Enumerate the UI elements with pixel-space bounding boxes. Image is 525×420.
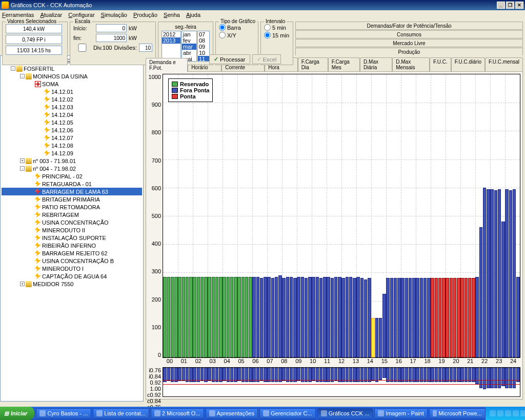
bar[interactable] [312, 277, 315, 357]
bar[interactable] [450, 278, 453, 357]
taskbar-task[interactable]: 2 Microsoft O... [151, 408, 204, 418]
bar[interactable] [412, 278, 416, 357]
bar[interactable] [241, 277, 245, 357]
bar[interactable] [423, 278, 427, 357]
tab[interactable]: F.Carga Mes [328, 57, 360, 71]
bar[interactable] [245, 277, 249, 357]
menu-item[interactable]: Simulação [101, 12, 127, 18]
bar[interactable] [509, 190, 513, 357]
tab[interactable]: Demanda e F.Pot. [146, 58, 188, 72]
tree-row[interactable]: BARRAGEM DE LAMA 63 [2, 188, 142, 195]
bar[interactable] [513, 189, 516, 357]
tree-row[interactable]: USINA CONCENTRAÇÃO [2, 218, 142, 226]
bar[interactable] [356, 277, 360, 357]
tree-row[interactable]: USINA CONCENTRAÇÃO B [2, 257, 142, 265]
menu-item[interactable]: Produção [133, 12, 157, 18]
month-list[interactable]: janfevmarabrmai [181, 31, 197, 62]
bar[interactable] [286, 277, 290, 357]
bar[interactable] [401, 278, 405, 357]
bar[interactable] [275, 277, 278, 357]
bar[interactable] [182, 277, 186, 357]
excel-button[interactable]: ✓Excel [252, 54, 281, 64]
bar[interactable] [460, 278, 464, 357]
15min-radio[interactable] [264, 32, 271, 38]
close-button[interactable]: ✕ [515, 2, 523, 9]
bar[interactable] [346, 277, 349, 357]
bar[interactable] [490, 189, 494, 357]
inicio-input[interactable] [96, 24, 127, 32]
bar[interactable] [178, 277, 181, 357]
bar[interactable] [171, 277, 174, 357]
bar[interactable] [267, 277, 271, 357]
bar[interactable] [472, 278, 475, 357]
day-list[interactable]: 0708091011 [197, 31, 210, 62]
bar[interactable] [409, 278, 412, 357]
minimize-button[interactable]: _ [497, 2, 505, 9]
bar[interactable] [364, 279, 368, 357]
barra-radio[interactable] [219, 24, 226, 31]
bar[interactable] [204, 277, 208, 357]
bar[interactable] [264, 277, 267, 357]
taskbar-task[interactable]: Apresentações [206, 408, 258, 418]
menu-item[interactable]: Ferramentas [2, 12, 34, 18]
bar[interactable] [227, 277, 230, 357]
bar[interactable] [256, 277, 260, 357]
bar[interactable] [237, 277, 241, 357]
bar[interactable] [353, 278, 356, 357]
bar[interactable] [327, 277, 330, 357]
bar[interactable] [516, 277, 520, 357]
bar[interactable] [197, 277, 200, 357]
bar[interactable] [308, 277, 312, 357]
fim-input[interactable] [96, 34, 127, 42]
bar[interactable] [219, 277, 223, 357]
taskbar-task[interactable]: Imagem - Paint [374, 408, 428, 418]
bar[interactable] [465, 278, 468, 357]
bar[interactable] [334, 277, 338, 357]
bar[interactable] [435, 278, 438, 357]
menu-item[interactable]: Atualizar [40, 12, 62, 18]
bar[interactable] [420, 278, 423, 357]
right-button[interactable]: Demandas/Fator de Potência/Tensão [295, 22, 523, 30]
maximize-button[interactable]: ❐ [506, 2, 514, 9]
tree-row[interactable]: +MEDIDOR 7550 [2, 280, 142, 288]
menu-item[interactable]: Configurar [68, 12, 94, 18]
bar[interactable] [252, 277, 256, 357]
bar[interactable] [394, 278, 397, 357]
bar[interactable] [223, 277, 226, 357]
tree-row[interactable]: 14.12.08 [2, 142, 142, 149]
div100-check[interactable] [73, 44, 91, 52]
tree-row[interactable]: SOMA [2, 80, 142, 88]
bar[interactable] [301, 277, 305, 357]
bar[interactable] [278, 275, 282, 357]
bar[interactable] [189, 277, 193, 357]
bar[interactable] [208, 277, 211, 357]
bar[interactable] [260, 278, 264, 357]
taskbar-task[interactable]: Cyro Bastos - ... [36, 408, 91, 418]
bar[interactable] [457, 278, 460, 357]
tray-icon[interactable] [520, 410, 525, 416]
bar[interactable] [446, 278, 449, 357]
bar[interactable] [212, 277, 215, 357]
bar[interactable] [360, 278, 364, 357]
secondary-plot[interactable] [163, 367, 520, 397]
main-plot[interactable]: ReservadoFora PontaPonta [163, 74, 520, 358]
tree-row[interactable]: 14.12.09 [2, 149, 142, 157]
tree-row[interactable]: 14.12.01 [2, 88, 142, 95]
tree-row[interactable]: INSTALAÇÃO SUPORTE [2, 234, 142, 242]
tree-row[interactable]: PRINCIPAL - 02 [2, 172, 142, 180]
taskbar-task[interactable]: Microsoft Powe... [429, 408, 486, 418]
tree-row[interactable]: 14.12.05 [2, 118, 142, 126]
tree-row[interactable]: 14.12.03 [2, 103, 142, 111]
bar[interactable] [379, 318, 382, 357]
tab[interactable]: F.U.C.diário [451, 57, 485, 71]
bar[interactable] [341, 278, 345, 357]
tree-row[interactable]: 14.12.07 [2, 134, 142, 142]
bar[interactable] [375, 318, 379, 357]
bar[interactable] [494, 190, 498, 357]
5min-radio[interactable] [264, 24, 271, 31]
bar[interactable] [338, 277, 341, 357]
bar[interactable] [319, 278, 323, 357]
bar[interactable] [167, 277, 171, 357]
tree-row[interactable]: PATIO RETOMADORA [2, 203, 142, 211]
tree-row[interactable]: REBRITAGEM [2, 211, 142, 218]
